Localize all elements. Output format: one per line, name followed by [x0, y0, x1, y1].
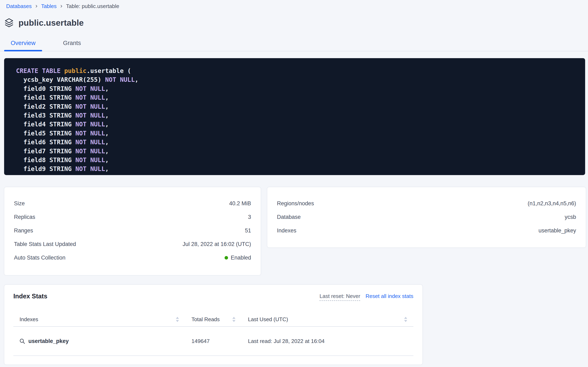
- reset-index-stats-link[interactable]: Reset all index stats: [365, 293, 413, 299]
- index-name-cell[interactable]: usertable_pkey: [13, 338, 182, 344]
- page-title: public.usertable: [18, 18, 84, 28]
- column-header-total-reads[interactable]: Total Reads: [182, 316, 238, 323]
- table-row: usertable_pkey149647Last read: Jul 28, 2…: [13, 327, 413, 356]
- index-stats-header: Index Stats Last reset: Never Reset all …: [13, 293, 413, 301]
- sql-line: field4 STRING NOT NULL,: [16, 120, 579, 129]
- sql-line: field3 STRING NOT NULL,: [16, 111, 579, 120]
- column-header-indexes[interactable]: Indexes: [13, 316, 182, 323]
- sql-line: CREATE TABLE public.usertable (: [16, 66, 579, 75]
- breadcrumb-chevron-icon: ›: [60, 3, 62, 9]
- page-header: public.usertable: [4, 18, 588, 28]
- active-tab-indicator: [4, 50, 42, 51]
- stat-label-database: Database: [277, 214, 301, 220]
- search-icon: [19, 338, 25, 344]
- sql-line: field9 STRING NOT NULL,: [16, 164, 579, 173]
- create-table-sql: CREATE TABLE public.usertable ( ycsb_key…: [4, 58, 585, 175]
- stat-value-indexes: usertable_pkey: [538, 227, 576, 234]
- stat-row: Ranges51: [14, 224, 251, 237]
- stat-value-replicas: 3: [248, 214, 251, 220]
- sort-icon[interactable]: [404, 317, 407, 322]
- sort-icon[interactable]: [232, 317, 235, 322]
- stat-label-ranges: Ranges: [14, 227, 33, 234]
- index-stats-table: IndexesTotal ReadsLast Used (UTC) userta…: [13, 312, 413, 356]
- stat-label-replicas: Replicas: [14, 214, 35, 220]
- index-table-header: IndexesTotal ReadsLast Used (UTC): [13, 312, 413, 327]
- stat-row: Indexesusertable_pkey: [277, 224, 576, 237]
- stat-row: Databaseycsb: [277, 210, 576, 224]
- sql-line: field0 STRING NOT NULL,: [16, 84, 579, 93]
- column-header-last-used-utc[interactable]: Last Used (UTC): [238, 316, 413, 323]
- sql-line: ycsb_key VARCHAR(255) NOT NULL,: [16, 75, 579, 84]
- tab-overview[interactable]: Overview: [4, 40, 42, 51]
- index-table-body: usertable_pkey149647Last read: Jul 28, 2…: [13, 327, 413, 356]
- tab-grants[interactable]: Grants: [57, 40, 88, 51]
- sql-line: field7 STRING NOT NULL,: [16, 147, 579, 156]
- index-stats-title: Index Stats: [13, 293, 47, 300]
- tabs: OverviewGrants: [4, 40, 588, 51]
- stat-row: Regions/nodes(n1,n2,n3,n4,n5,n6): [277, 197, 576, 210]
- table-details-card: Regions/nodes(n1,n2,n3,n4,n5,n6)Database…: [267, 187, 586, 248]
- index-name: usertable_pkey: [28, 338, 69, 344]
- stat-label-auto-stats-collection: Auto Stats Collection: [14, 255, 66, 261]
- breadcrumb-item-table-public-usertable: Table: public.usertable: [66, 3, 119, 9]
- sql-line: field5 STRING NOT NULL,: [16, 129, 579, 138]
- stat-label-indexes: Indexes: [277, 227, 297, 234]
- table-stats-card: Size40.2 MiBReplicas3Ranges51Table Stats…: [4, 187, 261, 275]
- stat-row: Replicas3: [14, 210, 251, 224]
- stat-row: Size40.2 MiB: [14, 197, 251, 210]
- last-used-value: Last read: Jul 28, 2022 at 16:04: [238, 338, 413, 344]
- sort-icon[interactable]: [176, 317, 179, 322]
- tabs-bar: OverviewGrants: [0, 40, 588, 51]
- stat-label-table-stats-last-updated: Table Stats Last Updated: [14, 241, 76, 247]
- total-reads-value: 149647: [182, 338, 238, 344]
- summary-cards: Size40.2 MiBReplicas3Ranges51Table Stats…: [4, 187, 586, 275]
- stat-value-table-stats-last-updated: Jul 28, 2022 at 16:02 (UTC): [183, 241, 251, 247]
- status-dot-icon: [224, 256, 228, 259]
- sql-line: field8 STRING NOT NULL,: [16, 156, 579, 164]
- breadcrumb: Databases›Tables›Table: public.usertable: [6, 2, 588, 10]
- stat-value-regions-nodes: (n1,n2,n3,n4,n5,n6): [528, 200, 576, 207]
- index-stats-card: Index Stats Last reset: Never Reset all …: [4, 285, 422, 365]
- stat-label-size: Size: [14, 200, 25, 207]
- sql-line: field6 STRING NOT NULL,: [16, 138, 579, 147]
- table-stack-icon: [4, 18, 14, 28]
- breadcrumb-item-databases[interactable]: Databases: [6, 3, 32, 9]
- sql-line: field1 STRING NOT NULL,: [16, 93, 579, 102]
- stat-value-size: 40.2 MiB: [229, 200, 251, 207]
- breadcrumb-chevron-icon: ›: [35, 3, 37, 9]
- last-reset-label[interactable]: Last reset: Never: [319, 293, 360, 301]
- stat-value-auto-stats-collection: Enabled: [224, 255, 251, 261]
- stat-value-database: ycsb: [564, 214, 576, 220]
- sql-line: field2 STRING NOT NULL,: [16, 102, 579, 111]
- stat-row: Table Stats Last UpdatedJul 28, 2022 at …: [14, 237, 251, 251]
- breadcrumb-item-tables[interactable]: Tables: [41, 3, 57, 9]
- stat-row: Auto Stats CollectionEnabled: [14, 251, 251, 265]
- stat-label-regions-nodes: Regions/nodes: [277, 200, 314, 207]
- stat-value-ranges: 51: [245, 227, 251, 234]
